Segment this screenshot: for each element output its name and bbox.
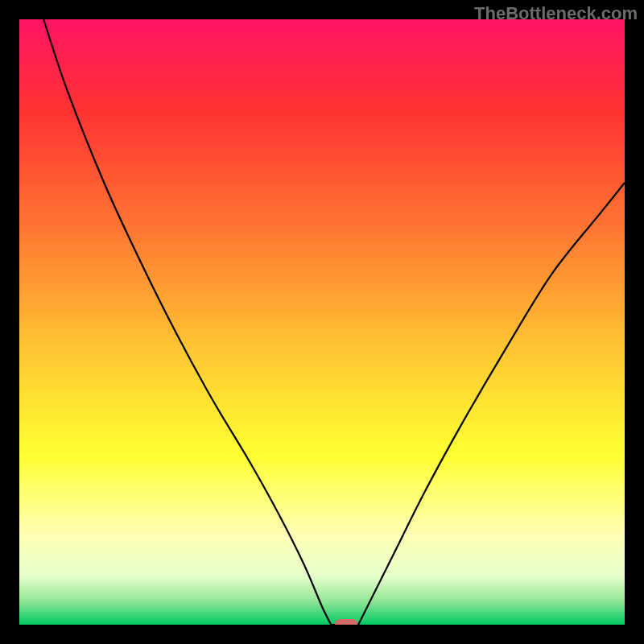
bottleneck-chart: TheBottleneck.com [0, 0, 644, 644]
watermark-text: TheBottleneck.com [474, 3, 638, 24]
chart-svg [19, 19, 625, 625]
gradient-background [19, 19, 625, 625]
plot-area [19, 19, 625, 625]
optimal-marker [335, 619, 357, 625]
